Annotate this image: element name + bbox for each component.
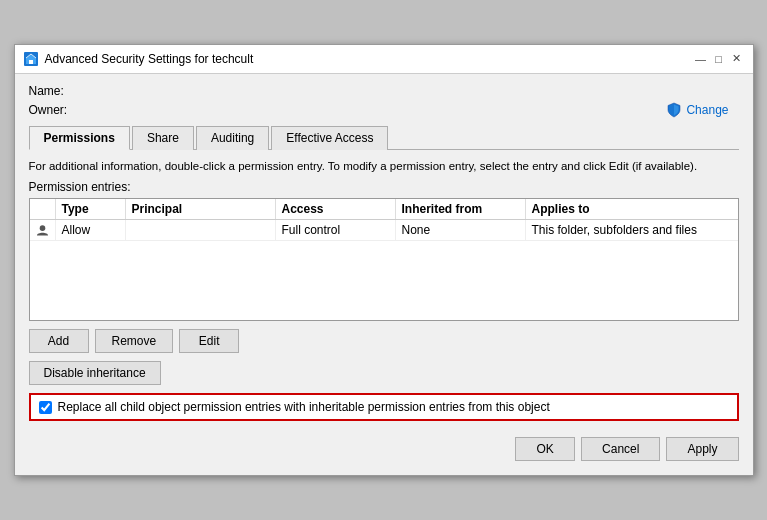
maximize-button[interactable]: □ [711,51,727,67]
edit-button[interactable]: Edit [179,329,239,353]
add-button[interactable]: Add [29,329,89,353]
row-principal [126,220,276,240]
tab-effective-access[interactable]: Effective Access [271,126,388,150]
owner-row: Owner: Change [29,102,739,118]
user-icon [36,223,49,237]
owner-label: Owner: [29,103,89,117]
row-applies: This folder, subfolders and files [526,220,738,240]
table-row[interactable]: Allow Full control None This folder, sub… [30,220,738,241]
col-type: Type [56,199,126,219]
replace-checkbox[interactable] [39,401,52,414]
tabs-container: Permissions Share Auditing Effective Acc… [29,126,739,150]
row-type: Allow [56,220,126,240]
change-label: Change [686,103,728,117]
col-applies: Applies to [526,199,738,219]
row-inherited: None [396,220,526,240]
footer-buttons: OK Cancel Apply [29,431,739,465]
col-inherited: Inherited from [396,199,526,219]
shield-icon [666,102,682,118]
content-area: Name: Owner: Change Permissions Share Au… [15,74,753,475]
tab-permissions[interactable]: Permissions [29,126,130,150]
svg-point-1 [39,225,45,231]
titlebar-left: Advanced Security Settings for techcult [23,51,254,67]
name-label: Name: [29,84,89,98]
main-window: Advanced Security Settings for techcult … [14,44,754,476]
close-button[interactable]: ✕ [729,51,745,67]
row-access: Full control [276,220,396,240]
cancel-button[interactable]: Cancel [581,437,660,461]
apply-button[interactable]: Apply [666,437,738,461]
disable-inheritance-button[interactable]: Disable inheritance [29,361,161,385]
tab-auditing[interactable]: Auditing [196,126,269,150]
ok-button[interactable]: OK [515,437,575,461]
remove-button[interactable]: Remove [95,329,174,353]
info-text: For additional information, double-click… [29,158,739,174]
col-access: Access [276,199,396,219]
permission-entries-label: Permission entries: [29,180,739,194]
table-body: Allow Full control None This folder, sub… [30,220,738,320]
replace-checkbox-row: Replace all child object permission entr… [29,393,739,421]
row-icon [30,220,56,240]
col-icon [30,199,56,219]
name-row: Name: [29,84,739,98]
window-icon [23,51,39,67]
permission-table: Type Principal Access Inherited from App… [29,198,739,321]
minimize-button[interactable]: — [693,51,709,67]
change-link[interactable]: Change [666,102,738,118]
replace-checkbox-label[interactable]: Replace all child object permission entr… [58,400,550,414]
action-buttons: Add Remove Edit [29,329,739,353]
titlebar: Advanced Security Settings for techcult … [15,45,753,74]
table-header: Type Principal Access Inherited from App… [30,199,738,220]
tab-share[interactable]: Share [132,126,194,150]
window-title: Advanced Security Settings for techcult [45,52,254,66]
col-principal: Principal [126,199,276,219]
titlebar-buttons: — □ ✕ [693,51,745,67]
